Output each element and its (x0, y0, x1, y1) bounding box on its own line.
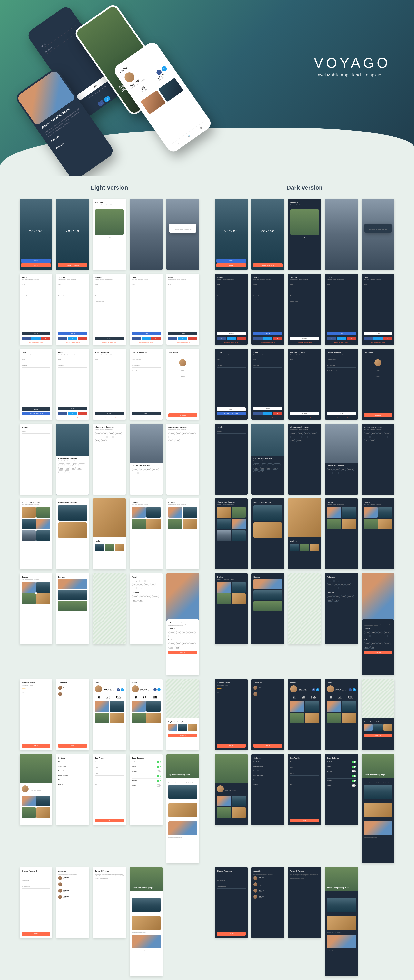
settings-item[interactable]: Terms & Policies› (58, 787, 87, 791)
submit-button[interactable]: SUBMIT (217, 744, 245, 748)
map[interactable] (166, 679, 199, 718)
home-icon[interactable]: ⌂ (177, 142, 180, 146)
card[interactable] (300, 544, 309, 551)
twitter-button[interactable]: 𝕏 (31, 337, 40, 340)
field-email[interactable]: Email (290, 288, 319, 293)
list-card[interactable] (58, 601, 87, 611)
facebook-button[interactable]: f (217, 337, 226, 340)
chip-cities[interactable]: Cities (71, 467, 76, 469)
map[interactable] (361, 679, 394, 718)
google-button[interactable]: G (78, 412, 87, 415)
chip[interactable]: Surfing (138, 587, 143, 589)
field-password[interactable]: Password (217, 363, 245, 368)
trip-image[interactable] (169, 803, 197, 817)
chip[interactable]: Hiking (176, 631, 182, 634)
chip-hiking[interactable]: Hiking (176, 432, 182, 435)
chip[interactable]: Camping (327, 468, 334, 471)
twitter-button[interactable]: 𝕏 (373, 337, 382, 340)
trip-thumb[interactable] (305, 701, 319, 712)
field-email[interactable]: Email (253, 288, 282, 293)
update-button[interactable]: UPDATE (22, 932, 50, 935)
chip[interactable]: Hiking (139, 595, 145, 598)
settings-item[interactable]: Push Notifications› (58, 773, 87, 778)
chip-surfing[interactable]: Surfing (174, 439, 180, 442)
field-name[interactable]: Name (95, 760, 124, 764)
trip-thumb[interactable] (110, 713, 124, 724)
interest-thumb[interactable] (37, 519, 51, 530)
chip-surfing[interactable]: Surfing (296, 439, 302, 442)
explore-card[interactable] (169, 519, 183, 530)
settings-item[interactable]: Edit Profile› (58, 760, 87, 764)
field-email[interactable]: Email (253, 357, 282, 362)
trip-image[interactable] (327, 935, 356, 948)
chip-food[interactable]: Food (297, 436, 302, 439)
field-name[interactable]: Name (290, 282, 319, 287)
photo[interactable] (217, 795, 231, 807)
list-wishlist[interactable]: Wishlist (58, 691, 87, 697)
login-button[interactable]: LOGIN (21, 259, 51, 262)
settings-item[interactable]: Privacy› (253, 778, 282, 782)
user-icon[interactable]: ◉ (199, 126, 203, 130)
chip-adventure[interactable]: Adventure (188, 432, 196, 435)
chip[interactable]: Food (334, 583, 339, 586)
field-password[interactable]: Password (22, 363, 50, 368)
chip[interactable]: Adventure (152, 595, 159, 598)
explore-card[interactable] (327, 507, 341, 518)
explore-card[interactable] (146, 519, 161, 530)
chip[interactable]: Hiking (139, 468, 145, 471)
auth-link[interactable]: Already have an account? Login (327, 417, 356, 418)
toggle-switch[interactable] (352, 780, 356, 782)
chip[interactable]: Culture (364, 646, 369, 649)
chip-hiking[interactable]: Hiking (371, 432, 377, 435)
explore-card[interactable] (342, 507, 356, 518)
field-password[interactable]: Password (22, 294, 50, 298)
chip[interactable]: Culture (132, 472, 138, 474)
explore-card[interactable] (37, 582, 51, 593)
auth-link[interactable]: Don't have an account? Sign up (327, 342, 356, 343)
chip-surfing[interactable]: Surfing (369, 439, 376, 442)
nearby-thumb[interactable] (169, 724, 177, 731)
chip-nature[interactable]: Nature (187, 436, 193, 439)
chip-culture[interactable]: Culture (58, 467, 64, 469)
field-email[interactable]: Email (290, 765, 319, 770)
list-card[interactable] (253, 579, 282, 589)
field-bio[interactable]: Bio (290, 783, 319, 787)
chip-sport[interactable]: Sport (58, 470, 63, 473)
login-button[interactable]: LOGIN (22, 407, 50, 411)
field-new[interactable]: New Password (22, 878, 50, 883)
field-email[interactable]: Email (58, 357, 87, 362)
auth-link[interactable]: Don't have an account? Sign up (253, 417, 282, 418)
interest-thumb[interactable] (217, 507, 231, 518)
auth-link[interactable]: Already have an account? Login (290, 417, 319, 418)
list-card[interactable] (58, 579, 87, 589)
signup-button[interactable]: SIGN UP (58, 332, 87, 335)
trip-thumb[interactable] (132, 701, 146, 712)
google-button[interactable]: G (273, 337, 282, 340)
facebook-button[interactable]: f (169, 337, 177, 340)
chip-surfing[interactable]: Surfing (101, 439, 107, 442)
auth-link[interactable]: Don't have an account? Sign up (169, 342, 197, 343)
field-confirm[interactable]: Confirm Password (22, 884, 50, 889)
chip[interactable]: Beach (341, 579, 346, 582)
chip-surfing[interactable]: Surfing (260, 470, 265, 473)
chip[interactable]: Beach (145, 595, 151, 598)
book-button[interactable]: BOOK NOW (169, 733, 197, 737)
chip[interactable]: Culture (169, 635, 174, 637)
chip[interactable]: Nature (150, 583, 156, 586)
chip[interactable]: Adventure (152, 579, 159, 582)
trip-image[interactable] (364, 785, 392, 799)
chip-cities[interactable]: Cities (181, 436, 186, 439)
settings-item[interactable]: Edit Profile› (253, 760, 282, 764)
review-input[interactable]: Write your review (217, 691, 245, 702)
explore-card[interactable] (146, 507, 161, 518)
trip-image[interactable] (364, 821, 392, 835)
chip-cities[interactable]: Cities (303, 436, 308, 439)
book-button[interactable]: BOOK NOW (364, 733, 392, 737)
chip[interactable]: Camping (132, 579, 139, 582)
chip-beach[interactable]: Beach (377, 432, 383, 435)
chip-nature[interactable]: Nature (309, 436, 314, 439)
explore-card[interactable] (22, 582, 36, 593)
facebook-icon[interactable]: f (153, 688, 157, 691)
interest-thumb[interactable] (22, 519, 36, 530)
chip[interactable]: Culture (132, 583, 138, 586)
